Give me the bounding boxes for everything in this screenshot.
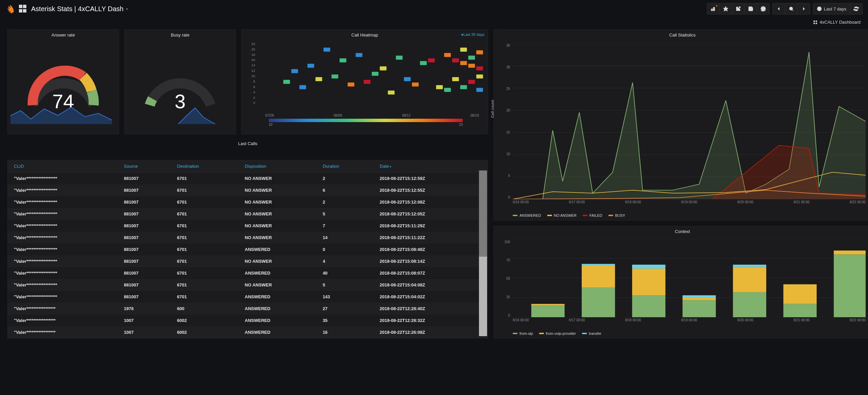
panel-title: Answer rate — [8, 30, 119, 38]
svg-rect-87 — [733, 292, 766, 317]
svg-rect-93 — [834, 254, 866, 317]
save-button[interactable] — [745, 3, 757, 14]
svg-rect-11 — [816, 23, 817, 24]
svg-rect-76 — [531, 304, 564, 306]
quick-links-row: 4xCALLY Dashboard — [0, 18, 868, 29]
panel-call-heatmap[interactable]: Call Heatmap Last 28 days 22201816141210… — [241, 29, 488, 134]
svg-line-5 — [792, 10, 793, 11]
table-header[interactable]: Duration — [317, 160, 374, 172]
table-row[interactable]: "Valer******************8810076701NO ANS… — [8, 208, 488, 220]
grafana-logo-icon[interactable] — [5, 4, 15, 14]
panel-last-calls[interactable]: CLIDSourceDestinationDispositionDuration… — [7, 160, 488, 339]
svg-text:0: 0 — [253, 101, 255, 104]
table-header[interactable]: Destination — [171, 160, 239, 172]
panel-title: Busy rate — [125, 30, 236, 38]
chevron-down-icon: ▾ — [126, 7, 128, 11]
share-button[interactable] — [732, 3, 745, 14]
dashboard-title[interactable]: Asterisk Stats | 4xCALLY Dash ▾ — [31, 5, 128, 13]
table-row[interactable]: "Valer*****************10076002ANSWERED3… — [8, 315, 488, 326]
refresh-button[interactable] — [850, 3, 862, 14]
panel-call-statistics[interactable]: Call Statistics Call count 3530252015105… — [493, 29, 868, 220]
svg-rect-82 — [632, 269, 665, 295]
table-row[interactable]: "Valer******************8810076701ANSWER… — [8, 267, 488, 279]
clock-icon — [817, 6, 822, 11]
panel-title: Call Heatmap — [242, 30, 488, 38]
table-row[interactable]: "Valer******************8810076701NO ANS… — [8, 255, 488, 267]
table-row[interactable]: "Valer*****************1976600ANSWERED27… — [8, 303, 488, 315]
table-row[interactable]: "Valer******************8810076701ANSWER… — [8, 243, 488, 255]
svg-rect-28 — [315, 77, 322, 81]
svg-rect-44 — [460, 61, 467, 65]
legend-item[interactable]: ANSWERED — [513, 213, 541, 217]
table-row[interactable]: "Valer******************8810076701NO ANS… — [8, 279, 488, 291]
svg-text:14: 14 — [251, 63, 256, 67]
time-range-button[interactable]: Last 7 days — [813, 3, 850, 14]
svg-rect-58 — [323, 48, 330, 52]
svg-rect-52 — [476, 50, 483, 54]
svg-rect-51 — [476, 66, 483, 70]
svg-rect-88 — [733, 267, 766, 292]
call-stats-chart-icon — [513, 44, 866, 199]
svg-rect-90 — [783, 304, 817, 317]
context-legend: from-sipfrom-voip-providertransfer — [494, 330, 868, 338]
svg-text:16: 16 — [251, 58, 256, 62]
svg-rect-89 — [733, 264, 766, 267]
panel-title-last-calls: Last Calls — [7, 140, 488, 155]
heatmap-chart-icon: 2220181614121086420 — [248, 41, 483, 111]
add-panel-button[interactable] — [707, 3, 720, 14]
zoom-out-button[interactable] — [785, 3, 798, 14]
4xcally-dashboard-link[interactable]: 4xCALLY Dashboard — [813, 20, 861, 25]
svg-rect-80 — [582, 264, 615, 265]
svg-rect-49 — [476, 88, 483, 92]
table-row[interactable]: "Valer******************8810076701NO ANS… — [8, 184, 488, 196]
star-button[interactable] — [720, 3, 732, 14]
legend-item[interactable]: FAILED — [583, 213, 602, 217]
svg-rect-55 — [356, 53, 362, 57]
panel-answer-rate[interactable]: Answer rate 74 — [7, 29, 119, 134]
svg-text:20: 20 — [251, 47, 256, 51]
svg-text:22: 22 — [251, 42, 256, 46]
top-nav: Asterisk Stats | 4xCALLY Dash ▾ — [0, 0, 868, 18]
svg-rect-32 — [372, 72, 379, 76]
panel-busy-rate[interactable]: Busy rate 3 — [124, 29, 236, 134]
svg-rect-34 — [404, 77, 411, 81]
legend-item[interactable]: BUSY — [608, 213, 625, 217]
dashboard-picker-icon[interactable] — [19, 5, 27, 13]
table-row[interactable]: "Valer******************8810076701ANSWER… — [8, 291, 488, 303]
table-row[interactable]: "Valer******************8810076701NO ANS… — [8, 196, 488, 208]
stats-legend: ANSWEREDNO ANSWERFAILEDBUSY — [494, 212, 868, 220]
time-forward-button[interactable] — [798, 3, 810, 14]
svg-rect-1 — [713, 7, 715, 11]
time-back-button[interactable] — [773, 3, 785, 14]
svg-text:4: 4 — [253, 90, 255, 94]
table-row[interactable]: "Valer******************8810076701NO ANS… — [8, 172, 488, 185]
svg-text:10: 10 — [251, 74, 256, 78]
heatmap-color-scale: 10 23 — [269, 119, 463, 122]
context-x-ticks: 8/16 00:008/17 00:008/18 00:008/19 00:00… — [513, 318, 866, 322]
svg-rect-27 — [299, 85, 306, 89]
svg-rect-36 — [420, 61, 427, 65]
table-header[interactable]: Date — [373, 160, 488, 172]
legend-item[interactable]: NO ANSWER — [547, 213, 577, 217]
table-row[interactable]: "Valer******************8810076701NO ANS… — [8, 220, 488, 232]
table-scrollbar[interactable] — [479, 170, 487, 336]
svg-rect-59 — [291, 69, 298, 73]
svg-text:18: 18 — [251, 53, 256, 56]
legend-item[interactable]: from-voip-provider — [539, 331, 576, 335]
table-header[interactable]: CLID — [8, 160, 118, 172]
svg-rect-43 — [460, 85, 467, 89]
legend-item[interactable]: from-sip — [513, 331, 533, 335]
scrollbar-thumb[interactable] — [479, 170, 487, 257]
settings-button[interactable] — [757, 3, 769, 14]
last-calls-table: CLIDSourceDestinationDispositionDuration… — [8, 160, 488, 338]
table-header[interactable]: Disposition — [239, 160, 317, 172]
table-row[interactable]: "Valer******************8810076701NO ANS… — [8, 232, 488, 243]
svg-rect-91 — [783, 284, 817, 304]
svg-rect-0 — [711, 9, 713, 11]
panel-title: Context — [494, 226, 868, 234]
panel-context[interactable]: Context 1007550250 8/16 00:008/17 00:008… — [493, 226, 868, 339]
table-row[interactable]: "Valer*****************10076002ANSWERED1… — [8, 326, 488, 338]
busy-sparkline-icon — [127, 104, 229, 124]
table-header[interactable]: Source — [118, 160, 171, 172]
legend-item[interactable]: transfer — [582, 331, 601, 335]
